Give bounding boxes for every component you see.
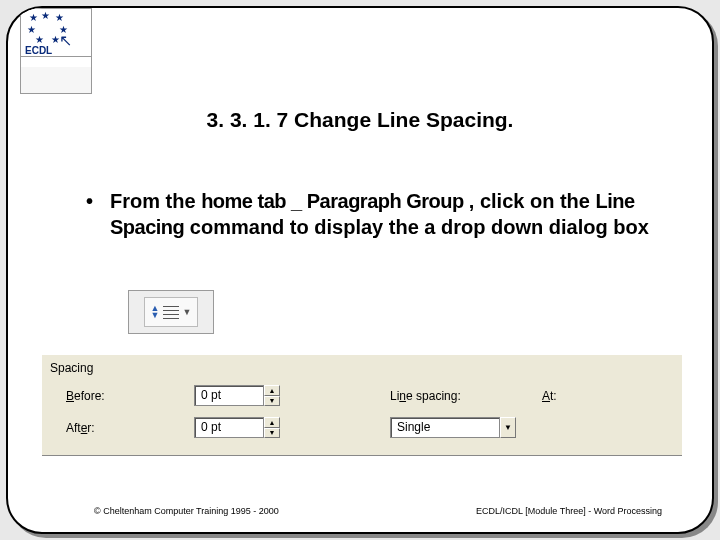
paragraph-spacing-panel: Spacing Before: 0 pt ▲ ▼ After: 0 pt ▲ ▼… (42, 354, 682, 456)
chevron-down-icon[interactable]: ▼ (264, 396, 280, 407)
at-label: At: (542, 389, 557, 403)
line-spacing-button-inner: ▲▼ ▼ (144, 297, 198, 327)
ecdl-logo: ★ ★ ★ ★ ★ ★ ★ ↖ ECDL (20, 8, 92, 94)
body-text-3: command to display the a drop down dialo… (184, 216, 648, 238)
after-spinner[interactable]: ▲ ▼ (264, 417, 280, 438)
line-spacing-field-wrap: Single ▼ (390, 417, 516, 438)
body-text-2: , click on the (469, 190, 596, 212)
cursor-icon: ↖ (59, 33, 72, 49)
after-field-wrap: 0 pt ▲ ▼ (194, 417, 280, 438)
before-label: Before: (66, 389, 105, 403)
after-label: After: (66, 421, 95, 435)
panel-section-label: Spacing (50, 361, 93, 375)
bullet-icon: • (86, 188, 110, 240)
logo-text: ECDL (21, 45, 91, 56)
body-text-1: From the (110, 190, 201, 212)
slide-title: 3. 3. 1. 7 Change Line Spacing. (8, 108, 712, 132)
line-spacing-icon: ▲▼ (151, 305, 179, 319)
spacing-after-input[interactable]: 0 pt (194, 417, 264, 438)
chevron-down-icon: ▼ (183, 307, 192, 317)
logo-caption (21, 56, 91, 67)
logo-stars: ★ ★ ★ ★ ★ ★ ★ ↖ (21, 9, 91, 45)
chevron-down-icon[interactable]: ▼ (264, 428, 280, 439)
chevron-up-icon[interactable]: ▲ (264, 417, 280, 428)
footer-module: ECDL/ICDL [Module Three] - Word Processi… (476, 506, 662, 516)
line-spacing-label: Line spacing: (390, 389, 461, 403)
chevron-up-icon[interactable]: ▲ (264, 385, 280, 396)
before-spinner[interactable]: ▲ ▼ (264, 385, 280, 406)
before-field-wrap: 0 pt ▲ ▼ (194, 385, 280, 406)
line-spacing-ribbon-button[interactable]: ▲▼ ▼ (128, 290, 214, 334)
line-spacing-dropdown-button[interactable]: ▼ (500, 417, 516, 438)
footer-copyright: © Cheltenham Computer Training 1995 - 20… (94, 506, 279, 516)
line-spacing-select[interactable]: Single (390, 417, 500, 438)
body-paragraph: • From the home tab _ Paragraph Group , … (86, 188, 656, 240)
spacing-before-input[interactable]: 0 pt (194, 385, 264, 406)
slide-frame: ★ ★ ★ ★ ★ ★ ★ ↖ ECDL 3. 3. 1. 7 Change L… (6, 6, 714, 534)
body-bold-1: home tab _ Paragraph Group (201, 190, 469, 212)
